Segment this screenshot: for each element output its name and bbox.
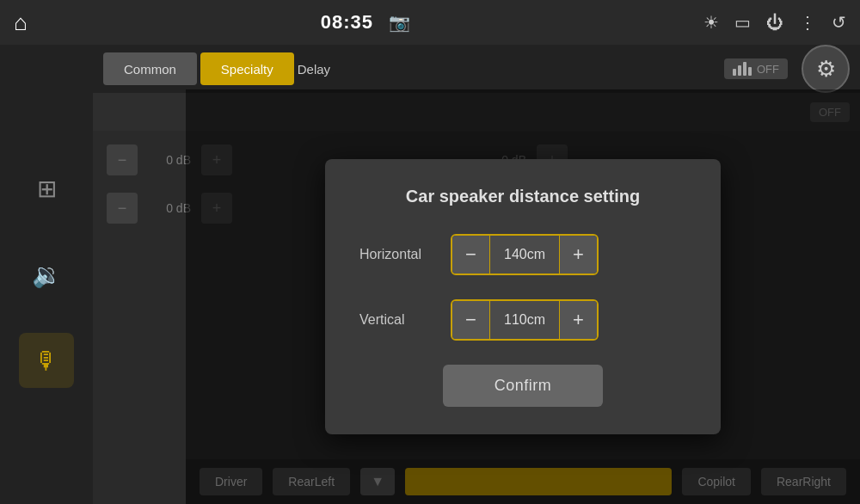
toggle-1-label: OFF: [757, 63, 779, 76]
dialog-box: Car speaker distance setting Horizontal …: [325, 159, 721, 434]
dialog-vertical-row: Vertical − 110cm +: [359, 299, 686, 341]
dialog-title: Car speaker distance setting: [359, 187, 686, 206]
sidebar-equalizer-button[interactable]: ⊞: [19, 161, 74, 216]
sidebar-volume-button[interactable]: 🔉: [19, 247, 74, 302]
horizontal-value: 140cm: [490, 236, 559, 274]
tabs-row: Common Specialty Delay OFF ⚙: [93, 45, 860, 93]
battery-icon: ▭: [734, 12, 751, 33]
vertical-control: − 110cm +: [451, 299, 599, 341]
back-icon[interactable]: ↺: [832, 12, 846, 33]
volume-icon: 🔉: [32, 261, 62, 289]
horizontal-label: Horizontal: [359, 247, 437, 262]
status-bar-center: 08:35 📷: [321, 11, 410, 34]
vertical-label: Vertical: [359, 312, 437, 328]
bg-minus-1: −: [107, 144, 138, 175]
equalizer-icon: ⊞: [37, 175, 57, 203]
home-icon[interactable]: ⌂: [14, 9, 28, 36]
delay-toggle-area: OFF: [724, 58, 788, 79]
horizontal-plus-button[interactable]: +: [559, 236, 597, 274]
bg-minus-2: −: [107, 193, 138, 224]
status-bar-right: ☀ ▭ ⏻ ⋮ ↺: [703, 12, 846, 33]
bg-db-1: 0 dB: [148, 153, 191, 167]
toggle-bars-icon: [733, 62, 752, 76]
more-icon[interactable]: ⋮: [799, 12, 816, 33]
sidebar-audio-button[interactable]: 🎙: [19, 333, 74, 388]
gear-button[interactable]: ⚙: [802, 45, 850, 93]
brightness-icon[interactable]: ☀: [703, 12, 719, 33]
status-bar: ⌂ 08:35 📷 ☀ ▭ ⏻ ⋮ ↺: [0, 0, 860, 45]
left-sidebar: ⊞ 🔉 🎙: [0, 45, 93, 504]
status-bar-left: ⌂: [14, 9, 28, 36]
tab-common[interactable]: Common: [103, 52, 197, 85]
tab-delay[interactable]: Delay: [298, 62, 330, 77]
horizontal-control: − 140cm +: [451, 234, 599, 275]
confirm-button[interactable]: Confirm: [443, 365, 604, 407]
horizontal-minus-button[interactable]: −: [452, 236, 490, 274]
main-content: Common Specialty Delay OFF ⚙ OFF: [93, 45, 860, 504]
tab-specialty[interactable]: Specialty: [200, 52, 294, 85]
vertical-plus-button[interactable]: +: [559, 301, 597, 339]
power-icon[interactable]: ⏻: [766, 13, 783, 33]
audio-icon: 🎙: [34, 347, 58, 375]
time-display: 08:35: [321, 11, 373, 34]
camera-icon[interactable]: 📷: [389, 12, 410, 33]
bg-db-2: 0 dB: [148, 201, 191, 215]
vertical-minus-button[interactable]: −: [452, 301, 490, 339]
dialog-overlay: Car speaker distance setting Horizontal …: [186, 89, 860, 504]
vertical-value: 110cm: [490, 301, 559, 339]
dialog-horizontal-row: Horizontal − 140cm +: [359, 234, 686, 275]
toggle-1-button[interactable]: OFF: [724, 58, 788, 79]
gear-icon: ⚙: [816, 56, 836, 83]
